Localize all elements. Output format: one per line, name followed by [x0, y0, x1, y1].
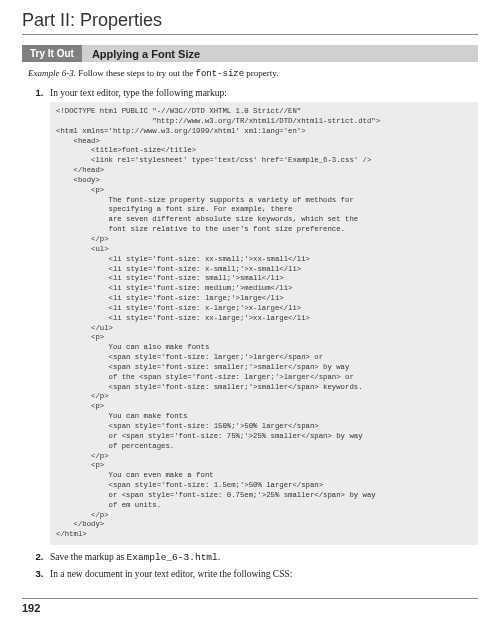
step-2-filename: Example_6-3.html	[127, 552, 218, 563]
example-ref: Example 6-3.	[28, 68, 76, 78]
tryit-label: Try It Out	[22, 45, 82, 62]
step-3-text: In a new document in your text editor, w…	[50, 569, 292, 579]
page-number: 192	[22, 598, 478, 614]
step-1-text: In your text editor, type the following …	[50, 88, 227, 98]
step-1: In your text editor, type the following …	[46, 87, 478, 545]
example-intro: Example 6-3. Follow these steps to try o…	[28, 68, 478, 79]
steps-list: In your text editor, type the following …	[46, 87, 478, 579]
part-title: Part II: Properties	[22, 10, 478, 35]
example-code-word: font-size	[195, 69, 244, 79]
step-2-a: Save the markup as	[50, 552, 127, 562]
step-3: In a new document in your text editor, w…	[46, 568, 478, 579]
example-tail: property.	[244, 68, 278, 78]
example-text: Follow these steps to try out the	[76, 68, 196, 78]
step-2-c: .	[218, 552, 220, 562]
code-block: <!DOCTYPE html PUBLIC "-//W3C//DTD XHTML…	[50, 102, 478, 545]
tryit-bar: Try It Out Applying a Font Size	[22, 45, 478, 62]
step-2: Save the markup as Example_6-3.html.	[46, 551, 478, 563]
tryit-topic: Applying a Font Size	[82, 45, 210, 62]
